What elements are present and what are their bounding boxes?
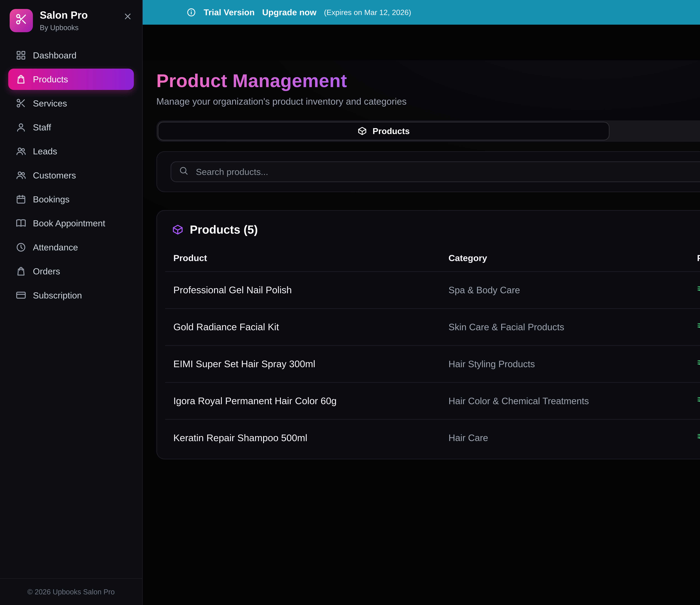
product-name: Igora Royal Permanent Hair Color 60g — [165, 383, 440, 419]
sidebar-item-label: Services — [33, 98, 67, 108]
product-category: Hair Color & Chemical Treatments — [440, 383, 689, 419]
col-price: Price — [689, 247, 700, 271]
tab-products-label: Products — [373, 126, 410, 136]
product-name: Gold Radiance Facial Kit — [165, 309, 440, 345]
products-table: Product Category Price Stock Status Acti… — [165, 247, 700, 456]
main-area: Trial Version Upgrade now (Expires on Ma… — [143, 0, 700, 605]
users-icon — [16, 146, 26, 156]
upgrade-now-link[interactable]: Upgrade now — [262, 7, 317, 17]
info-icon — [186, 7, 196, 17]
sidebar-item-label: Staff — [33, 122, 51, 132]
product-category: Hair Styling Products — [440, 345, 689, 383]
product-price: ₹120.00 — [689, 419, 700, 456]
col-product: Product — [165, 247, 440, 271]
table-row: Igora Royal Permanent Hair Color 60g Hai… — [165, 383, 700, 419]
sidebar-item-products[interactable]: Products — [8, 69, 134, 90]
sidebar-item-label: Bookings — [33, 194, 70, 204]
tab-bar: Products Categories — [156, 120, 700, 142]
sidebar-nav: Dashboard Products Services Staff Leads … — [0, 43, 142, 307]
scissors-icon — [15, 13, 27, 28]
table-header-row: Product Category Price Stock Status Acti… — [165, 247, 700, 271]
user-icon — [16, 122, 26, 132]
col-category: Category — [440, 247, 689, 271]
products-card: Products (5) Product Category Price Stoc… — [156, 210, 700, 459]
table-row: Gold Radiance Facial Kit Skin Care & Fac… — [165, 309, 700, 345]
credit-card-icon — [16, 290, 26, 300]
sidebar-item-label: Dashboard — [33, 50, 76, 60]
shopping-bag-icon — [16, 266, 26, 276]
sidebar: Salon Pro By Upbooks Dashboard Products … — [0, 0, 143, 605]
table-row: Professional Gel Nail Polish Spa & Body … — [165, 271, 700, 309]
search-input[interactable] — [195, 166, 700, 177]
tab-categories[interactable]: Categories — [609, 122, 700, 140]
sidebar-item-subscription[interactable]: Subscription — [8, 285, 134, 306]
sidebar-item-leads[interactable]: Leads — [8, 141, 134, 162]
page-title: Product Management — [156, 70, 407, 91]
search-panel — [156, 151, 700, 192]
shopping-bag-icon — [16, 74, 26, 84]
app-subtitle: By Upbooks — [40, 23, 88, 32]
book-open-icon — [16, 218, 26, 228]
sidebar-item-label: Book Appointment — [33, 218, 105, 228]
sidebar-item-label: Attendance — [33, 242, 78, 252]
sidebar-item-dashboard[interactable]: Dashboard — [8, 45, 134, 66]
sidebar-close-button[interactable] — [123, 9, 132, 23]
sidebar-item-label: Leads — [33, 146, 57, 156]
scissors-icon — [16, 98, 26, 108]
page-content: Product Management Manage your organizat… — [143, 60, 700, 473]
trial-expiry-text: (Expires on Mar 12, 2026) — [324, 8, 411, 17]
page-title-block: Product Management Manage your organizat… — [156, 70, 407, 107]
search-box — [171, 162, 700, 182]
sidebar-item-label: Subscription — [33, 290, 82, 300]
calendar-icon — [16, 194, 26, 204]
product-price: ₹750.00 — [689, 383, 700, 419]
sidebar-item-customers[interactable]: Customers — [8, 165, 134, 186]
tab-products[interactable]: Products — [158, 122, 609, 140]
app-title-block: Salon Pro By Upbooks — [40, 9, 88, 32]
product-category: Hair Care — [440, 419, 689, 456]
search-icon — [179, 165, 189, 178]
sidebar-item-bookings[interactable]: Bookings — [8, 189, 134, 210]
app-title: Salon Pro — [40, 9, 88, 21]
sidebar-item-orders[interactable]: Orders — [8, 261, 134, 282]
package-icon — [357, 126, 367, 136]
sidebar-item-services[interactable]: Services — [8, 93, 134, 114]
table-row: Keratin Repair Shampoo 500ml Hair Care ₹… — [165, 419, 700, 456]
clock-icon — [16, 242, 26, 252]
app-logo — [10, 9, 33, 32]
app-root: Salon Pro By Upbooks Dashboard Products … — [0, 0, 700, 605]
sidebar-item-label: Products — [33, 74, 68, 84]
grid-icon — [16, 50, 26, 60]
product-name: Keratin Repair Shampoo 500ml — [165, 419, 440, 456]
product-price: ₹1180.00 — [689, 309, 700, 345]
product-price: ₹1440.00 — [689, 271, 700, 309]
products-card-header: Products (5) — [165, 223, 700, 247]
sidebar-item-attendance[interactable]: Attendance — [8, 237, 134, 258]
product-name: Professional Gel Nail Polish — [165, 271, 440, 309]
sidebar-item-book-appointment[interactable]: Book Appointment — [8, 213, 134, 234]
page-header: Product Management Manage your organizat… — [156, 70, 700, 107]
product-category: Skin Care & Facial Products — [440, 309, 689, 345]
sidebar-item-staff[interactable]: Staff — [8, 117, 134, 138]
sidebar-header: Salon Pro By Upbooks — [0, 0, 142, 43]
package-icon — [172, 224, 183, 236]
products-count-title: Products (5) — [190, 223, 258, 236]
close-icon — [123, 13, 132, 23]
product-category: Spa & Body Care — [440, 271, 689, 309]
product-price: ₹950.00 — [689, 345, 700, 383]
trial-banner: Trial Version Upgrade now (Expires on Ma… — [143, 0, 700, 25]
sidebar-item-label: Orders — [33, 266, 60, 276]
page-subtitle: Manage your organization's product inven… — [156, 96, 407, 107]
users-icon — [16, 170, 26, 180]
product-name: EIMI Super Set Hair Spray 300ml — [165, 345, 440, 383]
sidebar-footer: © 2026 Upbooks Salon Pro — [0, 578, 142, 605]
table-row: EIMI Super Set Hair Spray 300ml Hair Sty… — [165, 345, 700, 383]
sidebar-item-label: Customers — [33, 170, 76, 180]
trial-version-label: Trial Version — [204, 7, 255, 17]
topbar: S — [143, 25, 700, 60]
